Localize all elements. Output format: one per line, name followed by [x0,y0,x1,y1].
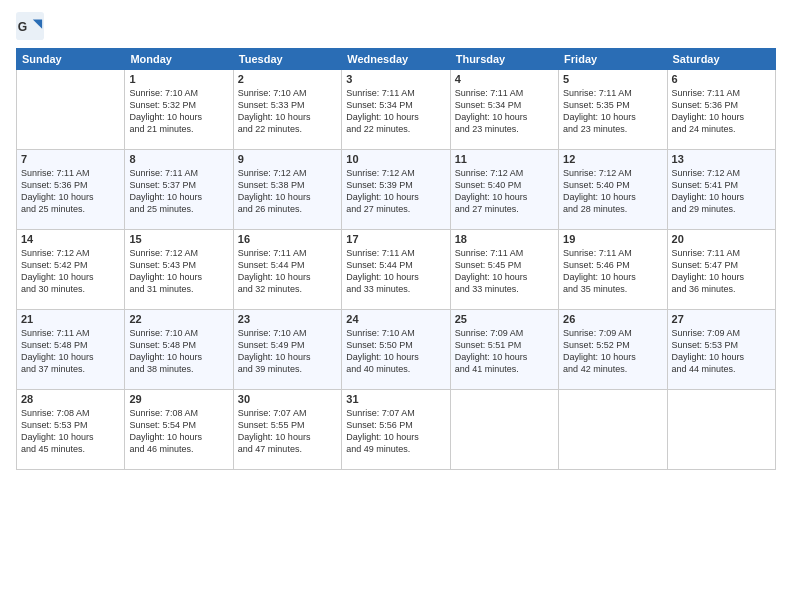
day-cell: 3Sunrise: 7:11 AMSunset: 5:34 PMDaylight… [342,70,450,150]
logo: G [16,12,46,40]
day-cell: 9Sunrise: 7:12 AMSunset: 5:38 PMDaylight… [233,150,341,230]
day-number: 15 [129,233,228,245]
week-row-4: 21Sunrise: 7:11 AMSunset: 5:48 PMDayligh… [17,310,776,390]
day-info: Sunrise: 7:11 AMSunset: 5:37 PMDaylight:… [129,167,228,216]
day-number: 7 [21,153,120,165]
day-number: 13 [672,153,771,165]
day-cell: 17Sunrise: 7:11 AMSunset: 5:44 PMDayligh… [342,230,450,310]
day-number: 29 [129,393,228,405]
day-number: 23 [238,313,337,325]
day-cell: 5Sunrise: 7:11 AMSunset: 5:35 PMDaylight… [559,70,667,150]
day-info: Sunrise: 7:10 AMSunset: 5:50 PMDaylight:… [346,327,445,376]
day-number: 24 [346,313,445,325]
header: G [16,12,776,40]
logo-icon: G [16,12,44,40]
day-cell: 27Sunrise: 7:09 AMSunset: 5:53 PMDayligh… [667,310,775,390]
day-cell: 8Sunrise: 7:11 AMSunset: 5:37 PMDaylight… [125,150,233,230]
day-number: 22 [129,313,228,325]
day-info: Sunrise: 7:11 AMSunset: 5:36 PMDaylight:… [21,167,120,216]
day-info: Sunrise: 7:09 AMSunset: 5:53 PMDaylight:… [672,327,771,376]
day-info: Sunrise: 7:12 AMSunset: 5:42 PMDaylight:… [21,247,120,296]
day-info: Sunrise: 7:11 AMSunset: 5:35 PMDaylight:… [563,87,662,136]
day-number: 4 [455,73,554,85]
day-cell: 24Sunrise: 7:10 AMSunset: 5:50 PMDayligh… [342,310,450,390]
day-number: 9 [238,153,337,165]
day-number: 12 [563,153,662,165]
day-cell: 7Sunrise: 7:11 AMSunset: 5:36 PMDaylight… [17,150,125,230]
day-info: Sunrise: 7:12 AMSunset: 5:41 PMDaylight:… [672,167,771,216]
day-number: 17 [346,233,445,245]
day-number: 6 [672,73,771,85]
day-number: 5 [563,73,662,85]
day-cell: 15Sunrise: 7:12 AMSunset: 5:43 PMDayligh… [125,230,233,310]
day-cell: 21Sunrise: 7:11 AMSunset: 5:48 PMDayligh… [17,310,125,390]
header-cell-sunday: Sunday [17,49,125,70]
day-cell: 28Sunrise: 7:08 AMSunset: 5:53 PMDayligh… [17,390,125,470]
day-info: Sunrise: 7:11 AMSunset: 5:34 PMDaylight:… [346,87,445,136]
day-number: 2 [238,73,337,85]
day-info: Sunrise: 7:12 AMSunset: 5:40 PMDaylight:… [455,167,554,216]
week-row-5: 28Sunrise: 7:08 AMSunset: 5:53 PMDayligh… [17,390,776,470]
day-cell: 26Sunrise: 7:09 AMSunset: 5:52 PMDayligh… [559,310,667,390]
day-info: Sunrise: 7:11 AMSunset: 5:36 PMDaylight:… [672,87,771,136]
day-number: 21 [21,313,120,325]
week-row-3: 14Sunrise: 7:12 AMSunset: 5:42 PMDayligh… [17,230,776,310]
day-info: Sunrise: 7:07 AMSunset: 5:55 PMDaylight:… [238,407,337,456]
day-info: Sunrise: 7:11 AMSunset: 5:48 PMDaylight:… [21,327,120,376]
day-number: 16 [238,233,337,245]
day-cell: 14Sunrise: 7:12 AMSunset: 5:42 PMDayligh… [17,230,125,310]
day-cell [450,390,558,470]
day-info: Sunrise: 7:12 AMSunset: 5:40 PMDaylight:… [563,167,662,216]
day-info: Sunrise: 7:09 AMSunset: 5:52 PMDaylight:… [563,327,662,376]
day-cell: 23Sunrise: 7:10 AMSunset: 5:49 PMDayligh… [233,310,341,390]
day-info: Sunrise: 7:12 AMSunset: 5:43 PMDaylight:… [129,247,228,296]
week-row-1: 1Sunrise: 7:10 AMSunset: 5:32 PMDaylight… [17,70,776,150]
day-cell: 19Sunrise: 7:11 AMSunset: 5:46 PMDayligh… [559,230,667,310]
day-number: 25 [455,313,554,325]
day-info: Sunrise: 7:09 AMSunset: 5:51 PMDaylight:… [455,327,554,376]
day-number: 26 [563,313,662,325]
calendar-table: SundayMondayTuesdayWednesdayThursdayFrid… [16,48,776,470]
calendar-page: G SundayMondayTuesdayWednesdayThursdayFr… [0,0,792,612]
day-number: 10 [346,153,445,165]
day-number: 1 [129,73,228,85]
day-cell: 16Sunrise: 7:11 AMSunset: 5:44 PMDayligh… [233,230,341,310]
day-cell: 12Sunrise: 7:12 AMSunset: 5:40 PMDayligh… [559,150,667,230]
week-row-2: 7Sunrise: 7:11 AMSunset: 5:36 PMDaylight… [17,150,776,230]
day-number: 28 [21,393,120,405]
day-info: Sunrise: 7:12 AMSunset: 5:39 PMDaylight:… [346,167,445,216]
day-cell: 31Sunrise: 7:07 AMSunset: 5:56 PMDayligh… [342,390,450,470]
header-cell-tuesday: Tuesday [233,49,341,70]
day-cell: 13Sunrise: 7:12 AMSunset: 5:41 PMDayligh… [667,150,775,230]
day-number: 27 [672,313,771,325]
header-cell-friday: Friday [559,49,667,70]
day-cell: 2Sunrise: 7:10 AMSunset: 5:33 PMDaylight… [233,70,341,150]
header-cell-saturday: Saturday [667,49,775,70]
day-number: 19 [563,233,662,245]
day-cell [667,390,775,470]
day-info: Sunrise: 7:11 AMSunset: 5:45 PMDaylight:… [455,247,554,296]
day-number: 20 [672,233,771,245]
day-info: Sunrise: 7:08 AMSunset: 5:53 PMDaylight:… [21,407,120,456]
day-info: Sunrise: 7:11 AMSunset: 5:47 PMDaylight:… [672,247,771,296]
day-info: Sunrise: 7:11 AMSunset: 5:44 PMDaylight:… [238,247,337,296]
day-cell: 11Sunrise: 7:12 AMSunset: 5:40 PMDayligh… [450,150,558,230]
day-cell: 20Sunrise: 7:11 AMSunset: 5:47 PMDayligh… [667,230,775,310]
svg-text:G: G [18,20,27,34]
day-info: Sunrise: 7:11 AMSunset: 5:44 PMDaylight:… [346,247,445,296]
day-cell [559,390,667,470]
day-cell [17,70,125,150]
day-cell: 22Sunrise: 7:10 AMSunset: 5:48 PMDayligh… [125,310,233,390]
header-cell-wednesday: Wednesday [342,49,450,70]
day-number: 14 [21,233,120,245]
day-number: 18 [455,233,554,245]
day-cell: 6Sunrise: 7:11 AMSunset: 5:36 PMDaylight… [667,70,775,150]
day-info: Sunrise: 7:07 AMSunset: 5:56 PMDaylight:… [346,407,445,456]
header-row: SundayMondayTuesdayWednesdayThursdayFrid… [17,49,776,70]
day-cell: 10Sunrise: 7:12 AMSunset: 5:39 PMDayligh… [342,150,450,230]
header-cell-thursday: Thursday [450,49,558,70]
day-info: Sunrise: 7:12 AMSunset: 5:38 PMDaylight:… [238,167,337,216]
day-cell: 4Sunrise: 7:11 AMSunset: 5:34 PMDaylight… [450,70,558,150]
day-number: 31 [346,393,445,405]
day-number: 8 [129,153,228,165]
